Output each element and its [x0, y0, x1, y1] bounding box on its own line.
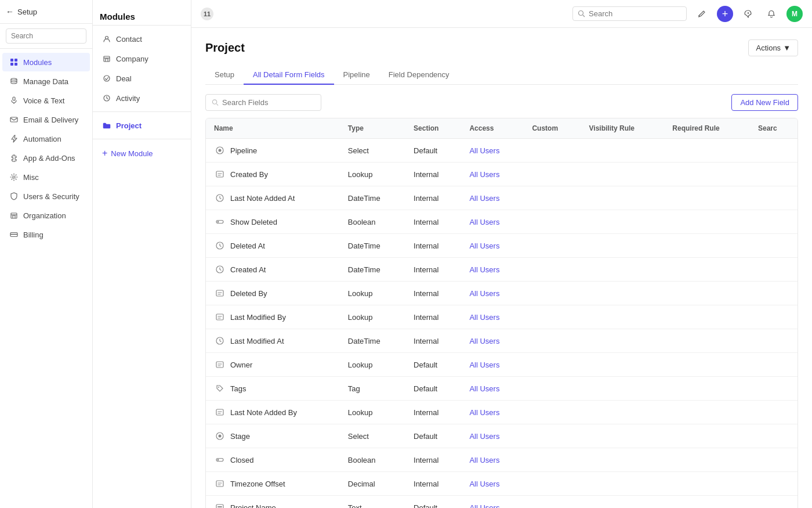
svg-rect-38: [216, 481, 223, 487]
tab-all-detail-form-fields[interactable]: All Detail Form Fields: [244, 66, 334, 85]
cell-section-3: Internal: [405, 210, 461, 234]
back-button[interactable]: ← Setup: [6, 7, 86, 16]
add-new-field-button[interactable]: Add New Field: [731, 94, 798, 111]
cell-required-rule-4: [664, 234, 750, 258]
rocket-icon-button[interactable]: [740, 6, 756, 22]
cell-search-11: [750, 401, 798, 424]
person-icon: [102, 34, 111, 44]
cell-visibility-rule-9: [581, 353, 665, 377]
cell-name-13: Closed: [206, 448, 340, 472]
tab-pipeline[interactable]: Pipeline: [334, 66, 379, 85]
cell-access-8[interactable]: All Users: [461, 329, 524, 353]
access-link-9[interactable]: All Users: [469, 361, 499, 369]
cell-search-13: [750, 448, 798, 472]
cell-visibility-rule-8: [581, 329, 665, 353]
credit-card-icon: [9, 230, 19, 239]
cell-type-8: DateTime: [340, 329, 405, 353]
tab-field-dependency[interactable]: Field Dependency: [379, 66, 459, 85]
cell-type-6: Lookup: [340, 282, 405, 305]
access-link-1[interactable]: All Users: [469, 170, 499, 179]
nav-item-company[interactable]: Company: [93, 49, 191, 69]
table-row: Last Note Added At DateTime Internal All…: [206, 186, 798, 210]
sidebar-search-input[interactable]: [6, 28, 86, 44]
svg-point-13: [104, 75, 110, 81]
topbar-badge: 11: [201, 8, 213, 20]
cell-access-3[interactable]: All Users: [461, 210, 524, 234]
nav-label-deal: Deal: [116, 74, 132, 83]
mail-icon: [9, 115, 19, 124]
cell-custom-2: [524, 186, 581, 210]
access-link-15[interactable]: All Users: [469, 503, 499, 509]
bell-icon-button[interactable]: [763, 6, 780, 22]
svg-line-19: [216, 104, 218, 106]
sidebar-item-billing[interactable]: Billing: [2, 225, 90, 244]
cell-access-1[interactable]: All Users: [461, 163, 524, 186]
sidebar-item-automation[interactable]: Automation: [2, 129, 90, 148]
access-link-8[interactable]: All Users: [469, 337, 499, 345]
access-link-12[interactable]: All Users: [469, 432, 499, 441]
database-icon: [9, 77, 19, 86]
cell-access-11[interactable]: All Users: [461, 401, 524, 424]
cell-access-12[interactable]: All Users: [461, 424, 524, 448]
sidebar-item-voice-text[interactable]: Voice & Text: [2, 91, 90, 110]
cell-access-9[interactable]: All Users: [461, 353, 524, 377]
cell-visibility-rule-14: [581, 472, 665, 496]
cell-access-14[interactable]: All Users: [461, 472, 524, 496]
cell-custom-13: [524, 448, 581, 472]
access-link-11[interactable]: All Users: [469, 408, 499, 417]
cell-access-4[interactable]: All Users: [461, 234, 524, 258]
topbar-search-input[interactable]: [589, 9, 682, 18]
nav-item-project[interactable]: Project: [93, 116, 191, 135]
cell-access-13[interactable]: All Users: [461, 448, 524, 472]
cell-access-15[interactable]: All Users: [461, 496, 524, 509]
sidebar-item-users-security[interactable]: Users & Security: [2, 187, 90, 206]
cell-access-6[interactable]: All Users: [461, 282, 524, 305]
sidebar-item-manage-data[interactable]: Manage Data: [2, 72, 90, 91]
tab-setup[interactable]: Setup: [205, 66, 244, 85]
cell-access-0[interactable]: All Users: [461, 139, 524, 163]
new-module-button[interactable]: + New Module: [93, 143, 191, 164]
cell-visibility-rule-5: [581, 258, 665, 282]
shield-icon: [9, 192, 19, 201]
cell-search-15: [750, 496, 798, 509]
cell-section-13: Internal: [405, 448, 461, 472]
avatar: M: [786, 6, 803, 22]
access-link-13[interactable]: All Users: [469, 456, 499, 464]
sidebar-item-misc[interactable]: Misc: [2, 168, 90, 186]
add-icon-button[interactable]: +: [717, 6, 733, 22]
cell-access-7[interactable]: All Users: [461, 305, 524, 329]
actions-button[interactable]: Actions ▼: [748, 39, 798, 56]
access-link-10[interactable]: All Users: [469, 384, 499, 393]
search-fields-input[interactable]: [222, 98, 315, 107]
table-row: Show Deleted Boolean Internal All Users: [206, 210, 798, 234]
access-link-2[interactable]: All Users: [469, 194, 499, 203]
sidebar-item-app-addons[interactable]: App & Add-Ons: [2, 149, 90, 167]
sidebar-item-email-delivery[interactable]: Email & Delivery: [2, 110, 90, 129]
cell-name-4: Deleted At: [206, 234, 340, 258]
nav-item-activity[interactable]: Activity: [93, 88, 191, 108]
cell-name-8: Last Modified At: [206, 329, 340, 353]
sidebar-item-modules[interactable]: Modules: [2, 53, 90, 71]
access-link-7[interactable]: All Users: [469, 313, 499, 322]
cell-access-2[interactable]: All Users: [461, 186, 524, 210]
access-link-0[interactable]: All Users: [469, 146, 499, 155]
sidebar-item-organization[interactable]: Organization: [2, 206, 90, 225]
sidebar: ← Setup Modules Manage Data Voice & Text: [0, 0, 93, 508]
cell-custom-14: [524, 472, 581, 496]
access-link-4[interactable]: All Users: [469, 242, 499, 250]
svg-point-18: [212, 100, 216, 104]
col-name: Name: [206, 118, 340, 139]
access-link-6[interactable]: All Users: [469, 289, 499, 298]
cell-access-5[interactable]: All Users: [461, 258, 524, 282]
search-fields-icon: [212, 99, 219, 106]
access-link-14[interactable]: All Users: [469, 480, 499, 488]
nav-item-deal[interactable]: Deal: [93, 69, 191, 88]
cell-search-3: [750, 210, 798, 234]
edit-icon-button[interactable]: [694, 6, 710, 22]
access-link-3[interactable]: All Users: [469, 218, 499, 226]
field-icon-6: [214, 287, 226, 299]
cell-type-13: Boolean: [340, 448, 405, 472]
cell-access-10[interactable]: All Users: [461, 377, 524, 401]
nav-item-contact[interactable]: Contact: [93, 29, 191, 49]
access-link-5[interactable]: All Users: [469, 265, 499, 274]
